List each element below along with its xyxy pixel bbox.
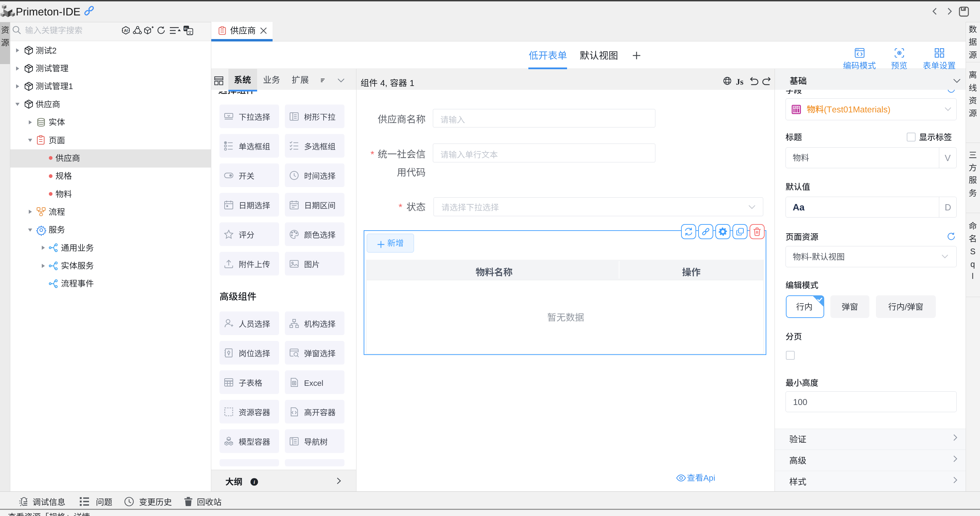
svg-text:1:n: 1:n	[794, 105, 798, 108]
svg-text:AI: AI	[124, 29, 128, 33]
